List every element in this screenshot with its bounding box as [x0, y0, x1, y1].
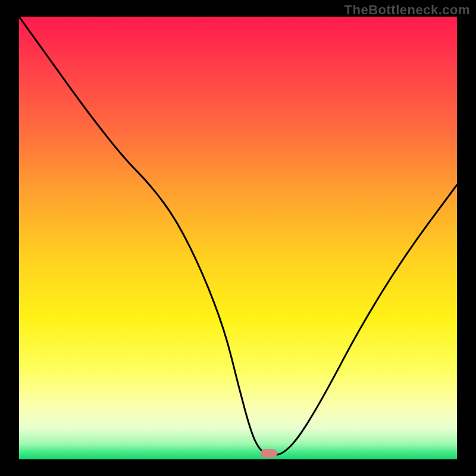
plot-area — [19, 17, 457, 459]
optimal-marker — [261, 449, 277, 458]
bottleneck-curve — [19, 17, 457, 459]
watermark-text: TheBottleneck.com — [345, 2, 470, 18]
chart-frame: TheBottleneck.com — [0, 0, 476, 476]
